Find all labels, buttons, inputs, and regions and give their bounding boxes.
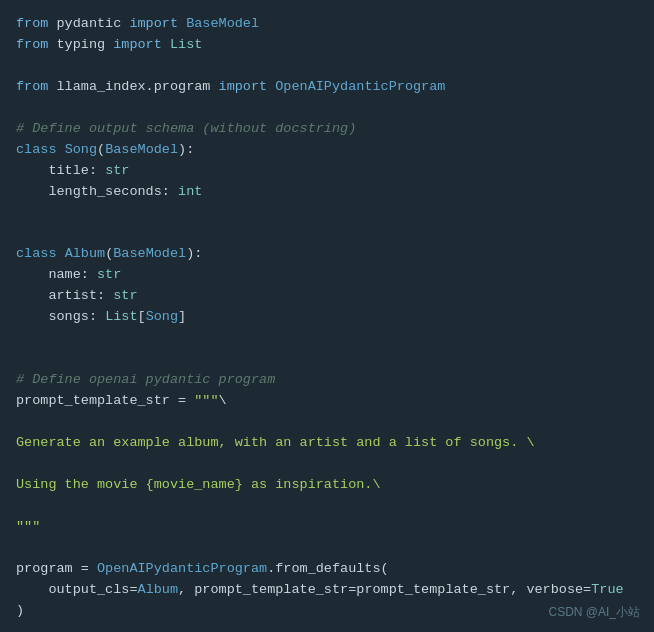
blank-line	[16, 538, 638, 559]
comment-line-1: # Define output schema (without docstrin…	[16, 119, 638, 140]
blank-line	[16, 349, 638, 370]
blank-line	[16, 328, 638, 349]
code-line-19: prompt_template_str = """\	[16, 391, 638, 412]
code-line-25: """	[16, 517, 638, 538]
code-line-1: from pydantic import BaseModel	[16, 14, 638, 35]
code-line-28: output_cls=Album, prompt_template_str=pr…	[16, 580, 638, 601]
code-line-4: from llama_index.program import OpenAIPy…	[16, 77, 638, 98]
blank-line	[16, 98, 638, 119]
code-line-8: title: str	[16, 161, 638, 182]
blank-line	[16, 56, 638, 77]
blank-line	[16, 454, 638, 475]
code-line-14: artist: str	[16, 286, 638, 307]
code-line-2: from typing import List	[16, 35, 638, 56]
code-line-12: class Album(BaseModel):	[16, 244, 638, 265]
code-line-13: name: str	[16, 265, 638, 286]
code-line-21: Generate an example album, with an artis…	[16, 433, 638, 454]
code-line-23: Using the movie {movie_name} as inspirat…	[16, 475, 638, 496]
code-line-27: program = OpenAIPydanticProgram.from_def…	[16, 559, 638, 580]
comment-line-2: # Define openai pydantic program	[16, 370, 638, 391]
code-line-7: class Song(BaseModel):	[16, 140, 638, 161]
blank-line	[16, 412, 638, 433]
blank-line	[16, 202, 638, 223]
blank-line	[16, 223, 638, 244]
code-editor: from pydantic import BaseModel from typi…	[0, 0, 654, 632]
code-line-29: )	[16, 601, 638, 622]
blank-line	[16, 496, 638, 517]
code-line-15: songs: List[Song]	[16, 307, 638, 328]
watermark: CSDN @AI_小站	[548, 603, 640, 622]
blank-line	[16, 622, 638, 632]
code-line-9: length_seconds: int	[16, 182, 638, 203]
